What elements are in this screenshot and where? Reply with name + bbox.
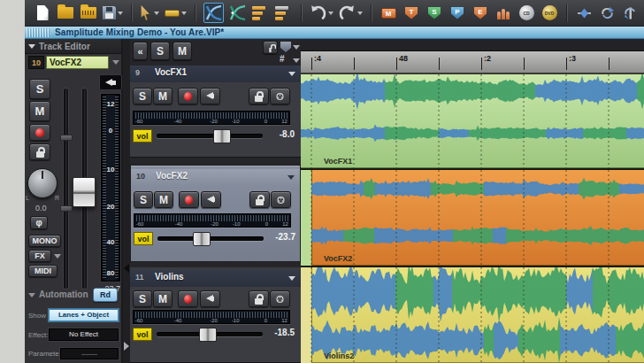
redo-button[interactable] <box>339 3 363 24</box>
volume-fader-handle[interactable] <box>73 177 96 207</box>
fade-tool-button[interactable] <box>252 3 270 24</box>
transport-button[interactable]: T <box>402 3 420 24</box>
audio-object-vocfx2[interactable] <box>311 170 644 266</box>
fx-button[interactable]: FX <box>28 250 51 262</box>
sound-control-button[interactable]: S <box>426 3 443 24</box>
solo-button[interactable]: S <box>29 79 50 99</box>
track-lane-violins[interactable]: Violins2 <box>301 267 644 363</box>
cd-functions-button[interactable]: CD <box>518 3 535 24</box>
collapse-all-button[interactable]: « <box>133 42 148 60</box>
panel-splitter[interactable] <box>123 39 130 363</box>
track-menu-icon[interactable] <box>288 276 295 281</box>
global-solo-button[interactable]: S <box>150 42 170 60</box>
automation-read-button[interactable]: Rd <box>93 288 118 302</box>
crossfade-editor-button[interactable] <box>203 3 224 23</box>
show-select[interactable]: Lanes + Object <box>49 309 119 321</box>
auto-crossfade-button[interactable] <box>229 3 247 24</box>
solo-button[interactable]: S <box>133 290 152 307</box>
save-button[interactable] <box>103 3 123 24</box>
track-header-vocfx2[interactable]: 10 VocFX2 S M -60-40-20-10012 vol -23.7 <box>130 165 301 262</box>
freeze-button[interactable] <box>270 290 290 307</box>
lock-button[interactable] <box>249 290 269 307</box>
project-titlebar[interactable]: Samplitude Mixing Demo - You Are.VIP* <box>25 27 644 39</box>
monitor-button[interactable] <box>200 88 220 104</box>
audio-object-violins[interactable] <box>311 267 644 363</box>
phase-button[interactable]: φ <box>30 216 48 229</box>
snap-dropdown-icon[interactable] <box>293 45 300 50</box>
pan-fader-track[interactable] <box>64 89 68 289</box>
track-header-vocfx1[interactable]: 9 VocFX1 S M -60-40-20-10012 vol -8.0 <box>130 66 301 158</box>
mute-button[interactable]: M <box>153 88 172 104</box>
volume-slider-handle[interactable] <box>213 129 231 143</box>
fade-bar-icon <box>252 17 260 20</box>
play-cursor-mode-button[interactable] <box>575 3 593 24</box>
volume-slider-handle[interactable] <box>199 328 217 342</box>
track-title-row[interactable]: 11 Violins <box>130 270 301 287</box>
track-name-input[interactable]: VocFX2 <box>46 56 109 69</box>
lock-button[interactable] <box>29 143 50 160</box>
dvd-functions-button[interactable]: DVD <box>540 3 558 24</box>
track-lane-vocfx1[interactable]: VocFX1 <box>301 74 644 168</box>
effects-button[interactable]: E <box>472 3 489 24</box>
record-arm-button[interactable] <box>29 124 50 141</box>
punch-record-button[interactable] <box>621 3 639 24</box>
monitor-button[interactable] <box>201 191 221 208</box>
import-audio-button[interactable] <box>80 3 97 24</box>
collapse-chevron-icon[interactable] <box>28 44 35 49</box>
audio-editors-button[interactable] <box>494 7 512 19</box>
track-editor-header[interactable]: Track Editor <box>25 39 121 54</box>
automation-header[interactable]: Automation <box>39 290 88 299</box>
new-project-button[interactable] <box>34 3 51 24</box>
volume-slider[interactable] <box>157 135 263 138</box>
volume-slider-handle[interactable] <box>193 232 211 246</box>
open-project-button[interactable] <box>57 3 74 24</box>
record-arm-button[interactable] <box>179 191 199 208</box>
monitor-button[interactable] <box>200 290 220 307</box>
mute-button[interactable]: M <box>29 101 50 121</box>
trackbouncing-button[interactable] <box>275 3 293 24</box>
freeze-button[interactable] <box>270 88 290 104</box>
mute-button[interactable]: M <box>154 191 173 208</box>
volume-slider[interactable] <box>157 237 264 241</box>
timeline-ruler[interactable]: :448:2:3 <box>301 51 644 74</box>
record-arm-button[interactable] <box>178 88 198 104</box>
volume-slider[interactable] <box>157 333 263 336</box>
automation-chevron-icon[interactable] <box>28 293 35 297</box>
mute-button[interactable]: M <box>153 290 172 307</box>
collapse-left-icon[interactable] <box>124 264 129 273</box>
mono-button[interactable]: MONO <box>28 235 61 247</box>
expand-right-icon[interactable] <box>124 342 129 351</box>
pan-fader-mark[interactable] <box>60 135 73 141</box>
solo-button[interactable]: S <box>133 88 152 104</box>
pan-fader-mark[interactable] <box>60 205 73 212</box>
object-mode-button[interactable] <box>165 3 187 24</box>
track-title-row[interactable]: 10 VocFX2 <box>131 169 300 186</box>
parameter-select[interactable]: –––– <box>60 348 119 359</box>
mixer-button[interactable]: M <box>380 3 397 24</box>
loop-mode-button[interactable] <box>598 3 616 24</box>
track-header-violins[interactable]: 11 Violins S M -60-40-20-10012 vol -18.5 <box>130 267 301 363</box>
track-name-dropdown-icon[interactable] <box>112 60 119 65</box>
grid-dropdown-icon[interactable] <box>293 58 300 63</box>
ruler-lock-button[interactable] <box>263 41 278 54</box>
lock-button[interactable] <box>249 191 270 208</box>
global-mute-button[interactable]: M <box>172 42 192 60</box>
grid-button[interactable]: # <box>280 54 285 64</box>
pan-knob[interactable] <box>27 168 58 198</box>
mouse-mode-button[interactable] <box>140 3 159 24</box>
track-menu-icon[interactable] <box>288 72 295 76</box>
project-options-button[interactable]: P <box>448 3 466 24</box>
undo-button[interactable] <box>310 3 334 24</box>
track-title-row[interactable]: 9 VocFX1 <box>130 66 301 82</box>
track-lane-vocfx2[interactable]: VocFX2 <box>301 170 644 266</box>
audio-object-vocfx1[interactable] <box>301 74 644 168</box>
midi-button[interactable]: MIDI <box>28 265 58 277</box>
track-menu-icon[interactable] <box>288 175 295 180</box>
record-arm-button[interactable] <box>178 290 198 307</box>
solo-button[interactable]: S <box>134 191 153 208</box>
freeze-button[interactable] <box>271 191 291 208</box>
monitor-button[interactable] <box>99 74 122 90</box>
effect-select[interactable]: No Effect <box>49 328 119 341</box>
fx-dropdown-icon[interactable] <box>54 254 61 259</box>
lock-button[interactable] <box>249 88 269 104</box>
